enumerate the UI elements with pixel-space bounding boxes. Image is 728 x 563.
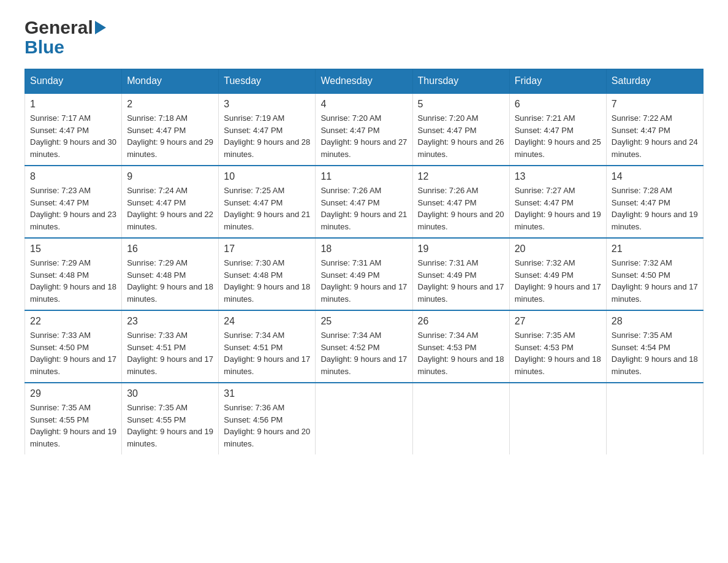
day-number: 13 — [515, 171, 601, 182]
day-number: 25 — [320, 316, 407, 327]
day-number: 10 — [224, 171, 310, 182]
calendar-day-cell: 21 Sunrise: 7:32 AMSunset: 4:50 PMDaylig… — [606, 238, 703, 310]
logo: General Blue — [25, 18, 106, 56]
day-number: 17 — [224, 243, 310, 255]
calendar-day-cell: 18 Sunrise: 7:31 AMSunset: 4:49 PMDaylig… — [316, 238, 412, 310]
day-info: Sunrise: 7:33 AMSunset: 4:51 PMDaylight:… — [127, 331, 213, 376]
day-info: Sunrise: 7:24 AMSunset: 4:47 PMDaylight:… — [127, 186, 213, 231]
calendar-day-cell: 20 Sunrise: 7:32 AMSunset: 4:49 PMDaylig… — [509, 238, 606, 310]
day-number: 6 — [515, 99, 601, 110]
calendar-day-cell: 22 Sunrise: 7:33 AMSunset: 4:50 PMDaylig… — [25, 310, 122, 383]
day-info: Sunrise: 7:35 AMSunset: 4:55 PMDaylight:… — [30, 403, 116, 448]
calendar-day-cell: 5 Sunrise: 7:20 AMSunset: 4:47 PMDayligh… — [412, 93, 509, 166]
calendar-day-cell: 30 Sunrise: 7:35 AMSunset: 4:55 PMDaylig… — [122, 383, 219, 454]
day-number: 12 — [418, 171, 504, 182]
day-number: 21 — [612, 243, 698, 255]
calendar-week-row: 1 Sunrise: 7:17 AMSunset: 4:47 PMDayligh… — [25, 93, 703, 166]
calendar-day-cell: 13 Sunrise: 7:27 AMSunset: 4:47 PMDaylig… — [509, 166, 606, 238]
day-info: Sunrise: 7:29 AMSunset: 4:48 PMDaylight:… — [127, 258, 213, 304]
calendar-day-cell: 3 Sunrise: 7:19 AMSunset: 4:47 PMDayligh… — [219, 93, 316, 166]
day-info: Sunrise: 7:17 AMSunset: 4:47 PMDaylight:… — [30, 113, 116, 159]
day-number: 3 — [224, 99, 310, 110]
day-info: Sunrise: 7:18 AMSunset: 4:47 PMDaylight:… — [127, 113, 213, 159]
calendar-empty-cell — [606, 383, 703, 454]
day-number: 18 — [320, 243, 407, 255]
calendar-day-cell: 11 Sunrise: 7:26 AMSunset: 4:47 PMDaylig… — [316, 166, 412, 238]
day-info: Sunrise: 7:31 AMSunset: 4:49 PMDaylight:… — [418, 258, 504, 304]
day-info: Sunrise: 7:23 AMSunset: 4:47 PMDaylight:… — [30, 186, 116, 231]
calendar-week-row: 29 Sunrise: 7:35 AMSunset: 4:55 PMDaylig… — [25, 383, 703, 454]
calendar-day-cell: 7 Sunrise: 7:22 AMSunset: 4:47 PMDayligh… — [606, 93, 703, 166]
calendar-day-cell: 1 Sunrise: 7:17 AMSunset: 4:47 PMDayligh… — [25, 93, 122, 166]
day-number: 30 — [127, 388, 213, 399]
day-info: Sunrise: 7:22 AMSunset: 4:47 PMDaylight:… — [612, 113, 698, 159]
calendar-day-cell: 9 Sunrise: 7:24 AMSunset: 4:47 PMDayligh… — [122, 166, 219, 238]
day-info: Sunrise: 7:32 AMSunset: 4:50 PMDaylight:… — [612, 258, 698, 304]
calendar-day-cell: 12 Sunrise: 7:26 AMSunset: 4:47 PMDaylig… — [412, 166, 509, 238]
calendar-day-cell: 24 Sunrise: 7:34 AMSunset: 4:51 PMDaylig… — [219, 310, 316, 383]
day-number: 22 — [30, 316, 116, 327]
day-info: Sunrise: 7:30 AMSunset: 4:48 PMDaylight:… — [224, 258, 310, 304]
calendar-week-row: 8 Sunrise: 7:23 AMSunset: 4:47 PMDayligh… — [25, 166, 703, 238]
day-number: 24 — [224, 316, 310, 327]
day-info: Sunrise: 7:20 AMSunset: 4:47 PMDaylight:… — [320, 113, 407, 159]
day-info: Sunrise: 7:20 AMSunset: 4:47 PMDaylight:… — [418, 113, 504, 159]
logo-blue-text: Blue — [25, 37, 64, 57]
calendar-day-cell: 28 Sunrise: 7:35 AMSunset: 4:54 PMDaylig… — [606, 310, 703, 383]
day-info: Sunrise: 7:27 AMSunset: 4:47 PMDaylight:… — [515, 186, 601, 231]
day-number: 4 — [320, 99, 407, 110]
day-info: Sunrise: 7:21 AMSunset: 4:47 PMDaylight:… — [515, 113, 601, 159]
day-number: 1 — [30, 99, 116, 110]
calendar-day-cell: 27 Sunrise: 7:35 AMSunset: 4:53 PMDaylig… — [509, 310, 606, 383]
calendar-week-row: 22 Sunrise: 7:33 AMSunset: 4:50 PMDaylig… — [25, 310, 703, 383]
weekday-header-saturday: Saturday — [606, 69, 703, 94]
day-info: Sunrise: 7:34 AMSunset: 4:51 PMDaylight:… — [224, 331, 310, 376]
calendar-day-cell: 16 Sunrise: 7:29 AMSunset: 4:48 PMDaylig… — [122, 238, 219, 310]
day-info: Sunrise: 7:35 AMSunset: 4:53 PMDaylight:… — [515, 331, 601, 376]
weekday-header-row: SundayMondayTuesdayWednesdayThursdayFrid… — [25, 69, 703, 94]
calendar-table: SundayMondayTuesdayWednesdayThursdayFrid… — [25, 69, 703, 454]
day-info: Sunrise: 7:34 AMSunset: 4:52 PMDaylight:… — [320, 331, 407, 376]
calendar-day-cell: 8 Sunrise: 7:23 AMSunset: 4:47 PMDayligh… — [25, 166, 122, 238]
day-number: 31 — [224, 388, 310, 399]
day-info: Sunrise: 7:26 AMSunset: 4:47 PMDaylight:… — [320, 186, 407, 231]
day-info: Sunrise: 7:31 AMSunset: 4:49 PMDaylight:… — [320, 258, 407, 304]
calendar-day-cell: 31 Sunrise: 7:36 AMSunset: 4:56 PMDaylig… — [219, 383, 316, 454]
day-number: 20 — [515, 243, 601, 255]
day-number: 7 — [612, 99, 698, 110]
day-number: 27 — [515, 316, 601, 327]
day-info: Sunrise: 7:35 AMSunset: 4:54 PMDaylight:… — [612, 331, 698, 376]
day-number: 23 — [127, 316, 213, 327]
day-number: 29 — [30, 388, 116, 399]
day-info: Sunrise: 7:32 AMSunset: 4:49 PMDaylight:… — [515, 258, 601, 304]
day-info: Sunrise: 7:35 AMSunset: 4:55 PMDaylight:… — [127, 403, 213, 448]
calendar-day-cell: 10 Sunrise: 7:25 AMSunset: 4:47 PMDaylig… — [219, 166, 316, 238]
calendar-day-cell: 26 Sunrise: 7:34 AMSunset: 4:53 PMDaylig… — [412, 310, 509, 383]
page-header: General Blue — [25, 18, 703, 56]
logo-general-text: General — [25, 18, 93, 37]
day-info: Sunrise: 7:29 AMSunset: 4:48 PMDaylight:… — [30, 258, 116, 304]
calendar-day-cell: 17 Sunrise: 7:30 AMSunset: 4:48 PMDaylig… — [219, 238, 316, 310]
calendar-day-cell: 15 Sunrise: 7:29 AMSunset: 4:48 PMDaylig… — [25, 238, 122, 310]
day-number: 16 — [127, 243, 213, 255]
calendar-empty-cell — [509, 383, 606, 454]
weekday-header-tuesday: Tuesday — [219, 69, 316, 94]
svg-marker-0 — [95, 21, 106, 34]
day-number: 9 — [127, 171, 213, 182]
day-number: 15 — [30, 243, 116, 255]
calendar-day-cell: 14 Sunrise: 7:28 AMSunset: 4:47 PMDaylig… — [606, 166, 703, 238]
day-info: Sunrise: 7:33 AMSunset: 4:50 PMDaylight:… — [30, 331, 116, 376]
day-number: 26 — [418, 316, 504, 327]
calendar-day-cell: 23 Sunrise: 7:33 AMSunset: 4:51 PMDaylig… — [122, 310, 219, 383]
calendar-empty-cell — [412, 383, 509, 454]
day-number: 8 — [30, 171, 116, 182]
calendar-day-cell: 25 Sunrise: 7:34 AMSunset: 4:52 PMDaylig… — [316, 310, 412, 383]
weekday-header-thursday: Thursday — [412, 69, 509, 94]
day-number: 14 — [612, 171, 698, 182]
calendar-empty-cell — [316, 383, 412, 454]
day-info: Sunrise: 7:34 AMSunset: 4:53 PMDaylight:… — [418, 331, 504, 376]
weekday-header-sunday: Sunday — [25, 69, 122, 94]
day-number: 19 — [418, 243, 504, 255]
logo-triangle-icon — [95, 21, 106, 36]
day-number: 28 — [612, 316, 698, 327]
